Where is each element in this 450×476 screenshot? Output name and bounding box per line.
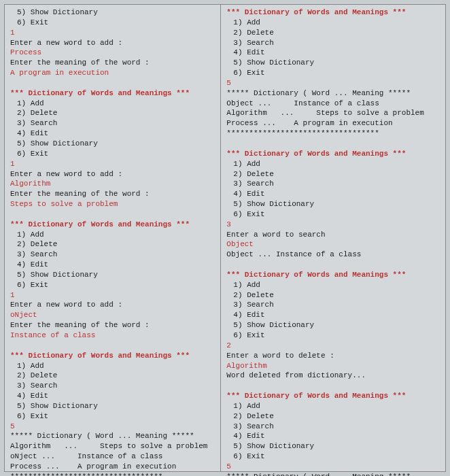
prompt: Enter a word to delete : — [226, 351, 440, 361]
menu-item: 2) Delete — [10, 108, 215, 118]
user-input: 2 — [226, 341, 440, 351]
menu-item: 1) Add — [226, 159, 440, 169]
menu-item: 6) Exit — [10, 411, 215, 422]
user-input: 5 — [226, 462, 440, 472]
user-input: Process — [10, 48, 215, 58]
dict-entry: Process ... A program in execution — [10, 462, 215, 472]
menu-item: 5) Show Dictionary — [10, 7, 215, 18]
menu-item: 1) Add — [226, 280, 440, 290]
menu-item: 6) Exit — [10, 149, 215, 159]
prompt: Enter the meaning of the word : — [10, 320, 215, 330]
user-input: Algorithm — [226, 361, 440, 371]
menu-item: 6) Exit — [10, 280, 215, 290]
status-message: Word deleted from dictionary... — [226, 371, 440, 381]
menu-item: 1) Add — [10, 99, 215, 109]
menu-item: 3) Search — [226, 179, 440, 189]
menu-item: 2) Delete — [10, 371, 215, 381]
menu-item: 1) Add — [226, 18, 440, 28]
menu-item: 5) Show Dictionary — [10, 270, 215, 280]
dict-entry: oNject ... Instance of a class — [10, 452, 215, 462]
user-input: Instance of a class — [10, 330, 215, 341]
user-input: Algorithm — [10, 179, 215, 189]
menu-item: 1) Add — [10, 230, 215, 240]
prompt: Enter the meaning of the word : — [10, 58, 215, 68]
menu-item: 4) Edit — [226, 48, 440, 58]
left-column: 5) Show Dictionary 6) Exit 1 Enter a new… — [5, 5, 221, 471]
menu-header: *** Dictionary of Words and Meanings *** — [226, 149, 440, 159]
menu-item: 2) Delete — [226, 290, 440, 301]
menu-item: 6) Exit — [10, 18, 215, 28]
user-input: 3 — [226, 220, 440, 230]
menu-item: 6) Exit — [226, 209, 440, 220]
menu-header: *** Dictionary of Words and Meanings *** — [226, 7, 440, 18]
menu-item: 4) Edit — [226, 431, 440, 441]
menu-header: *** Dictionary of Words and Meanings *** — [10, 88, 215, 99]
menu-item: 6) Exit — [226, 452, 440, 462]
menu-item: 6) Exit — [226, 330, 440, 341]
user-input: Object — [226, 239, 440, 250]
menu-item: 3) Search — [10, 250, 215, 260]
menu-item: 5) Show Dictionary — [226, 320, 440, 330]
menu-item: 2) Delete — [226, 169, 440, 180]
menu-item: 2) Delete — [226, 411, 440, 422]
menu-item: 5) Show Dictionary — [226, 58, 440, 68]
dict-header: ***** Dictionary ( Word ... Meaning ****… — [226, 472, 440, 476]
menu-item: 1) Add — [10, 361, 215, 371]
menu-item: 4) Edit — [10, 391, 215, 401]
user-input: 1 — [10, 290, 215, 301]
menu-item: 3) Search — [226, 422, 440, 432]
menu-header: *** Dictionary of Words and Meanings *** — [226, 391, 440, 401]
menu-item: 2) Delete — [226, 28, 440, 38]
menu-item: 4) Edit — [10, 129, 215, 139]
menu-header: *** Dictionary of Words and Meanings *** — [10, 351, 215, 361]
menu-item: 1) Add — [226, 401, 440, 411]
user-input: 1 — [10, 28, 215, 38]
console-output: 5) Show Dictionary 6) Exit 1 Enter a new… — [4, 4, 446, 472]
user-input: A program in execution — [10, 68, 215, 78]
separator: ********************************** — [10, 472, 215, 476]
user-input: 1 — [10, 159, 215, 169]
prompt: Enter a new word to add : — [10, 38, 215, 48]
menu-item: 4) Edit — [10, 260, 215, 270]
menu-item: 4) Edit — [226, 189, 440, 199]
prompt: Enter a new word to add : — [10, 169, 215, 180]
search-result: Object ... Instance of a class — [226, 250, 440, 260]
menu-item: 5) Show Dictionary — [10, 401, 215, 411]
dict-entry: Object ... Instance of a class — [226, 99, 440, 109]
menu-item: 5) Show Dictionary — [226, 441, 440, 452]
menu-item: 3) Search — [226, 300, 440, 310]
menu-item: 5) Show Dictionary — [226, 199, 440, 209]
dict-entry: Algorithm ... Steps to solve a problem — [226, 108, 440, 118]
dict-entry: Algorithm ... Steps to solve a problem — [10, 441, 215, 452]
dict-header: ***** Dictionary ( Word ... Meaning ****… — [10, 431, 215, 441]
right-column: *** Dictionary of Words and Meanings ***… — [221, 5, 445, 471]
user-input: Steps to solve a problem — [10, 199, 215, 209]
prompt: Enter a new word to add : — [10, 300, 215, 310]
menu-item: 3) Search — [10, 381, 215, 391]
menu-header: *** Dictionary of Words and Meanings *** — [10, 220, 215, 230]
prompt: Enter the meaning of the word : — [10, 189, 215, 199]
prompt: Enter a word to search — [226, 230, 440, 240]
user-input: oNject — [10, 310, 215, 320]
user-input: 5 — [10, 422, 215, 432]
user-input: 5 — [226, 78, 440, 88]
menu-item: 6) Exit — [226, 68, 440, 78]
menu-item: 3) Search — [226, 38, 440, 48]
menu-item: 2) Delete — [10, 239, 215, 250]
dict-entry: Process ... A program in execution — [226, 118, 440, 129]
menu-item: 3) Search — [10, 118, 215, 129]
menu-item: 5) Show Dictionary — [10, 139, 215, 149]
menu-item: 4) Edit — [226, 310, 440, 320]
dict-header: ***** Dictionary ( Word ... Meaning ****… — [226, 88, 440, 99]
separator: ********************************** — [226, 129, 440, 139]
menu-header: *** Dictionary of Words and Meanings *** — [226, 270, 440, 280]
